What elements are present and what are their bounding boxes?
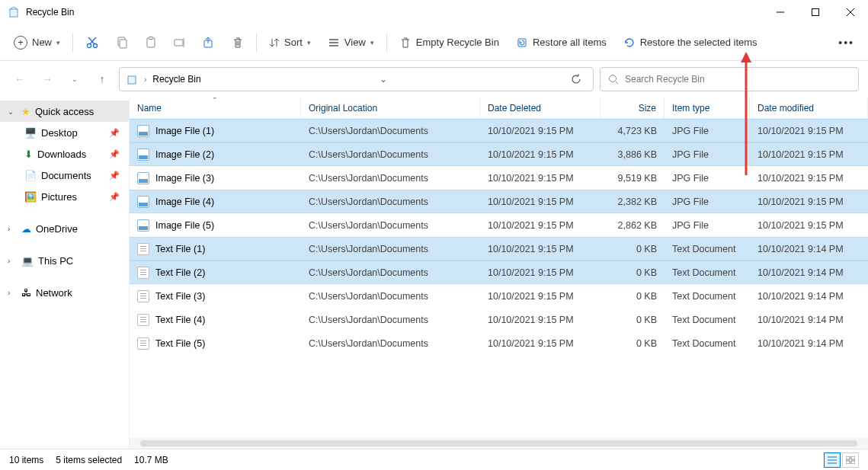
download-icon: ⬇: [24, 149, 33, 160]
text-file-icon: [137, 337, 149, 350]
document-icon: 📄: [24, 170, 37, 181]
empty-recycle-bin-button[interactable]: Empty Recycle Bin: [392, 29, 507, 56]
svg-rect-10: [120, 40, 127, 48]
column-date-deleted[interactable]: Date Deleted: [480, 98, 601, 118]
chevron-down-icon[interactable]: ⌄: [380, 74, 387, 85]
pictures-icon: 🖼️: [24, 191, 37, 203]
text-file-icon: [137, 243, 149, 255]
window-title: Recycle Bin: [26, 7, 74, 18]
chevron-right-icon: ›: [144, 75, 146, 84]
share-icon: [203, 37, 215, 49]
forward-button[interactable]: →: [37, 69, 58, 90]
toolbar: +New▾ Sort▾ View▾ Empty Recycle Bin Rest…: [0, 24, 868, 61]
chevron-down-icon: ▾: [370, 39, 374, 46]
table-row[interactable]: Image File (2)C:\Users\Jordan\Documents1…: [130, 142, 868, 166]
chevron-down-icon: ▾: [56, 39, 60, 46]
cut-button[interactable]: [78, 29, 107, 56]
status-bar: 10 items 5 items selected 10.7 MB: [0, 449, 868, 470]
trash-icon: [399, 37, 412, 49]
pc-icon: 💻: [21, 255, 34, 267]
restore-all-button[interactable]: Restore all items: [508, 29, 614, 56]
recycle-bin-icon: [8, 6, 20, 18]
text-file-icon: [137, 290, 149, 302]
horizontal-scrollbar[interactable]: [130, 438, 868, 449]
refresh-button[interactable]: [565, 69, 587, 90]
back-button[interactable]: ←: [9, 69, 30, 90]
pin-icon: 📌: [109, 149, 120, 159]
column-size[interactable]: Size: [601, 98, 665, 118]
minimize-button[interactable]: [763, 0, 798, 24]
nav-row: ← → ⌄ ↑ › Recycle Bin ⌄ Search Recycle B…: [0, 61, 868, 98]
status-selected: 5 items selected: [56, 455, 122, 465]
svg-rect-0: [10, 9, 18, 17]
up-button[interactable]: ↑: [91, 69, 113, 90]
table-row[interactable]: Image File (3)C:\Users\Jordan\Documents1…: [130, 166, 868, 190]
table-row[interactable]: Image File (5)C:\Users\Jordan\Documents1…: [130, 213, 868, 237]
copy-button[interactable]: [108, 29, 136, 56]
column-item-type[interactable]: Item type: [665, 98, 750, 118]
table-row[interactable]: Text File (3)C:\Users\Jordan\Documents10…: [130, 284, 868, 308]
sort-button[interactable]: Sort▾: [261, 29, 319, 56]
close-button[interactable]: [833, 0, 868, 24]
scissors-icon: [85, 36, 99, 50]
more-button[interactable]: •••: [831, 29, 862, 56]
restore-selected-button[interactable]: Restore the selected items: [616, 29, 765, 56]
image-file-icon: [137, 125, 149, 137]
clipboard-icon: [145, 37, 157, 49]
restore-icon: [516, 37, 528, 49]
column-original-location[interactable]: Original Location: [301, 98, 480, 118]
status-count: 10 items: [9, 455, 43, 465]
sidebar-item-downloads[interactable]: ⬇Downloads📌: [0, 143, 129, 165]
view-button[interactable]: View▾: [320, 29, 382, 56]
svg-rect-12: [149, 37, 153, 39]
svg-point-5: [88, 43, 91, 47]
sidebar-item-pictures[interactable]: 🖼️Pictures📌: [0, 186, 129, 207]
cloud-icon: ☁: [21, 223, 31, 235]
maximize-button[interactable]: [798, 0, 833, 24]
delete-button[interactable]: [224, 29, 251, 56]
recent-button[interactable]: ⌄: [64, 69, 85, 90]
new-button[interactable]: +New▾: [6, 29, 68, 56]
rename-button[interactable]: [166, 29, 194, 56]
pin-icon: 📌: [109, 128, 120, 138]
sidebar-item-desktop[interactable]: 🖥️Desktop📌: [0, 122, 129, 143]
image-file-icon: [137, 196, 149, 208]
sort-indicator-icon: ⌃: [212, 98, 218, 104]
table-row[interactable]: Text File (1)C:\Users\Jordan\Documents10…: [130, 237, 868, 261]
sidebar: ⌄★Quick access 🖥️Desktop📌 ⬇Downloads📌 📄D…: [0, 98, 130, 449]
status-size: 10.7 MB: [134, 455, 168, 465]
star-icon: ★: [21, 106, 30, 117]
column-headers: Name ⌃ Original Location Date Deleted Si…: [130, 98, 868, 119]
ellipsis-icon: •••: [838, 37, 854, 49]
desktop-icon: 🖥️: [24, 127, 37, 139]
sidebar-item-documents[interactable]: 📄Documents📌: [0, 165, 129, 186]
titlebar: Recycle Bin: [0, 0, 868, 24]
column-date-modified[interactable]: Date modified: [750, 98, 868, 118]
sidebar-item-quick-access[interactable]: ⌄★Quick access: [0, 101, 129, 122]
address-location: Recycle Bin: [152, 74, 200, 85]
details-view-button[interactable]: [824, 452, 841, 468]
table-row[interactable]: Image File (1)C:\Users\Jordan\Documents1…: [130, 119, 868, 142]
sidebar-item-this-pc[interactable]: ›💻This PC: [0, 250, 129, 271]
network-icon: 🖧: [21, 287, 31, 299]
search-box[interactable]: Search Recycle Bin: [600, 67, 859, 91]
sidebar-item-onedrive[interactable]: ›☁OneDrive: [0, 218, 129, 239]
copy-icon: [116, 37, 128, 49]
svg-point-6: [94, 43, 98, 47]
trash-icon: [232, 37, 244, 49]
share-button[interactable]: [195, 29, 223, 56]
table-row[interactable]: Text File (4)C:\Users\Jordan\Documents10…: [130, 308, 868, 331]
address-bar[interactable]: › Recycle Bin ⌄: [119, 67, 594, 91]
table-row[interactable]: Image File (4)C:\Users\Jordan\Documents1…: [130, 190, 868, 213]
search-icon: [608, 74, 619, 85]
table-row[interactable]: Text File (5)C:\Users\Jordan\Documents10…: [130, 331, 868, 355]
sidebar-item-network[interactable]: ›🖧Network: [0, 282, 129, 303]
pin-icon: 📌: [109, 192, 120, 202]
paste-button[interactable]: [137, 29, 165, 56]
thumbnails-view-button[interactable]: [842, 452, 859, 468]
image-file-icon: [137, 219, 149, 232]
plus-icon: +: [14, 36, 27, 50]
image-file-icon: [137, 172, 149, 184]
svg-rect-32: [846, 461, 850, 464]
table-row[interactable]: Text File (2)C:\Users\Jordan\Documents10…: [130, 261, 868, 284]
